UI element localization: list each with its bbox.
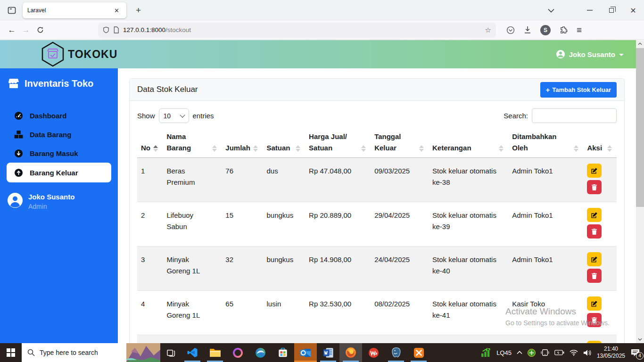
window-controls: ✕ <box>579 0 644 21</box>
add-stock-out-button[interactable]: + Tambah Stok Keluar <box>540 82 617 98</box>
column-header-jumlah[interactable]: Jumlah <box>222 129 263 158</box>
arrow-up-circle-icon <box>14 168 23 177</box>
taskbar-app-edge[interactable] <box>249 343 272 362</box>
sidebar-user-role: Admin <box>28 203 74 210</box>
scrollbar-thumb[interactable] <box>636 48 644 207</box>
cell-no: 2 <box>137 202 163 247</box>
menu-hamburger-icon[interactable]: ≡ <box>577 25 582 35</box>
column-header-keterangan[interactable]: Keterangan <box>429 129 508 158</box>
minimize-button[interactable] <box>579 0 601 21</box>
edit-button[interactable] <box>587 296 602 311</box>
reload-button[interactable] <box>33 23 47 37</box>
taskbar-app-postgresql[interactable] <box>385 343 407 362</box>
new-tab-button[interactable]: + <box>133 5 144 16</box>
delete-button[interactable] <box>587 224 602 239</box>
back-button[interactable]: ← <box>5 23 19 37</box>
delete-button[interactable] <box>587 313 602 327</box>
notification-center-icon[interactable]: 4 <box>630 348 640 357</box>
taskbar-app-firefox[interactable] <box>339 343 362 362</box>
cell-harga: Rp 14.908,00 <box>305 247 371 291</box>
tab-close-icon[interactable]: ✕ <box>112 6 122 15</box>
cell-nama-barang: Lifebuoy Sabun <box>166 210 205 232</box>
page-scrollbar[interactable] <box>636 40 644 343</box>
pencil-square-icon <box>591 300 598 307</box>
chevron-down-icon <box>180 112 185 117</box>
wifi-icon[interactable] <box>570 349 578 356</box>
taskbar-search[interactable]: Type here to search <box>22 343 160 362</box>
scroll-up-icon[interactable] <box>636 40 644 48</box>
cell-nama-barang: Beras Premium <box>166 165 205 188</box>
profile-avatar[interactable]: S <box>540 25 551 35</box>
taskbar-clock[interactable]: 21:40 13/05/2025 <box>597 346 625 360</box>
search-highlight-image[interactable] <box>126 343 160 362</box>
taskbar-app-word[interactable] <box>317 343 339 362</box>
user-menu[interactable]: Joko Susanto <box>556 49 624 59</box>
taskbar-app-file-explorer[interactable] <box>204 343 226 362</box>
sidebar-item-dashboard[interactable]: Dashboard <box>0 106 118 125</box>
pencil-square-icon <box>591 167 598 174</box>
downloads-icon[interactable] <box>524 26 531 34</box>
taskbar-app-copilot[interactable] <box>226 343 249 362</box>
user-menu-name: Joko Susanto <box>569 50 615 58</box>
taskbar-app-outlook[interactable] <box>294 343 317 362</box>
sidebar-item-barang-masuk[interactable]: Barang Masuk <box>0 144 118 163</box>
sidebar-item-barang-keluar[interactable]: Barang Keluar <box>7 163 111 182</box>
sidebar-item-data-barang[interactable]: Data Barang <box>0 125 118 144</box>
search-input[interactable] <box>532 108 617 123</box>
list-all-tabs-icon[interactable] <box>548 0 554 21</box>
taskbar-app-wps[interactable] <box>362 343 385 362</box>
firefox-view-icon[interactable] <box>5 3 19 17</box>
bookmark-star-icon[interactable]: ☆ <box>485 26 491 34</box>
edit-button[interactable] <box>587 164 602 178</box>
stocks-icon[interactable] <box>481 348 491 357</box>
search-control: Search: <box>504 108 617 123</box>
extensions-puzzle-icon[interactable] <box>560 26 568 34</box>
cell-satuan: botol <box>263 335 305 344</box>
delete-button[interactable] <box>587 269 602 283</box>
cell-harga: Rp 48.167,00 <box>305 335 371 344</box>
column-header-tanggal-keluar[interactable]: TanggalKeluar <box>371 129 429 158</box>
column-header-nama-barang[interactable]: NamaBarang <box>163 129 222 158</box>
entries-select[interactable]: 10 <box>159 108 189 123</box>
cell-tanggal: 24/04/2025 <box>371 247 429 291</box>
close-button[interactable]: ✕ <box>622 0 644 21</box>
brand-name: TOKOKU <box>68 48 117 61</box>
column-header-no[interactable]: No <box>137 129 163 158</box>
column-header-aksi[interactable]: Aksi <box>583 129 617 158</box>
browser-tab[interactable]: Laravel ✕ <box>23 2 126 18</box>
scroll-down-icon[interactable] <box>636 336 644 343</box>
hidden-icons-chevron[interactable] <box>517 351 522 354</box>
forward-button[interactable]: → <box>19 23 33 37</box>
stock-out-table: NoNamaBarangJumlahSatuanHarga Jual/Satua… <box>137 129 617 343</box>
antivirus-shield-icon[interactable] <box>528 349 536 357</box>
sort-icon <box>212 145 217 152</box>
cell-ditambahkan-oleh: Admin Toko1 <box>508 202 583 247</box>
volume-icon[interactable] <box>583 349 592 356</box>
edit-button[interactable] <box>587 208 602 222</box>
taskbar-app-ms-store[interactable] <box>272 343 294 362</box>
restore-button[interactable] <box>601 0 622 21</box>
column-header-satuan[interactable]: Satuan <box>263 129 305 158</box>
plus-icon: + <box>546 86 550 94</box>
taskbar-app-vscode[interactable] <box>181 343 204 362</box>
system-tray: LQ45 21:40 13/05/2025 4 <box>481 343 644 362</box>
delete-button[interactable] <box>587 180 602 194</box>
url-bar[interactable]: 127.0.0.1:8000/stockout ☆ <box>98 23 496 38</box>
pocket-icon[interactable] <box>506 26 515 34</box>
page-info-icon[interactable] <box>113 26 119 33</box>
app-header: TOKOKU Joko Susanto <box>0 40 636 68</box>
cell-tanggal: 29/04/2025 <box>371 202 429 247</box>
battery-icon[interactable] <box>554 350 564 355</box>
device-sync-icon[interactable] <box>541 349 549 356</box>
column-header-harga-jual-satuan[interactable]: Harga Jual/Satuan <box>305 129 371 158</box>
taskbar-app-xampp[interactable] <box>407 343 430 362</box>
chevron-down-icon <box>619 54 624 56</box>
edit-button[interactable] <box>587 252 602 266</box>
column-header-ditambahkan-oleh[interactable]: DitambahkanOleh <box>508 129 583 158</box>
start-button[interactable] <box>0 343 22 362</box>
sidebar-nav: Dashboard Data Barang Barang Masuk Baran… <box>0 106 118 182</box>
boxes-icon <box>14 130 23 139</box>
browser-toolbar: ← → 127.0.0.1:8000/stockout ☆ S ≡ <box>0 21 644 40</box>
cell-harga: Rp 47.048,00 <box>305 158 371 202</box>
task-view-icon[interactable] <box>160 343 181 362</box>
